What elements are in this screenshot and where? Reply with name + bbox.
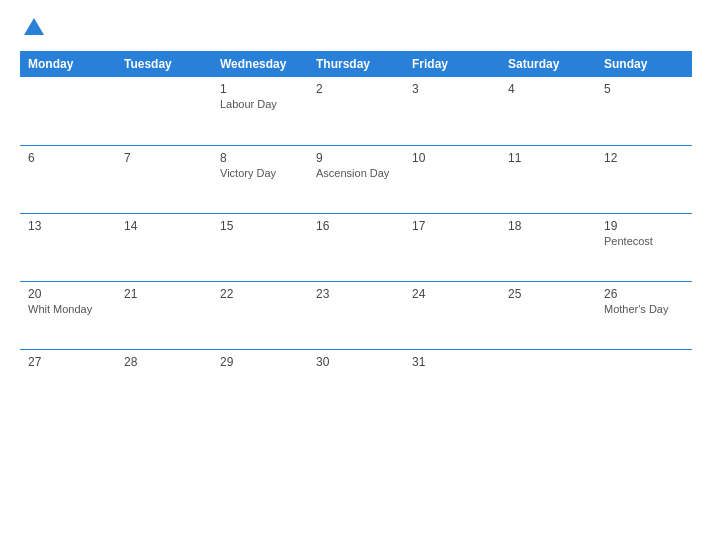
logo [20, 18, 44, 37]
day-number: 7 [124, 151, 204, 165]
calendar-cell: 11 [500, 145, 596, 213]
day-number: 10 [412, 151, 492, 165]
holiday-label: Ascension Day [316, 167, 396, 179]
holiday-label: Victory Day [220, 167, 300, 179]
day-number: 21 [124, 287, 204, 301]
day-number: 19 [604, 219, 684, 233]
logo-triangle-icon [24, 18, 44, 35]
day-number: 8 [220, 151, 300, 165]
calendar-cell: 21 [116, 281, 212, 349]
calendar-cell: 6 [20, 145, 116, 213]
day-number: 9 [316, 151, 396, 165]
calendar-cell: 30 [308, 349, 404, 417]
days-header-row: MondayTuesdayWednesdayThursdayFridaySatu… [20, 51, 692, 77]
day-number: 4 [508, 82, 588, 96]
calendar-cell: 4 [500, 77, 596, 145]
calendar-cell: 13 [20, 213, 116, 281]
calendar-cell: 19Pentecost [596, 213, 692, 281]
day-number: 24 [412, 287, 492, 301]
day-number: 27 [28, 355, 108, 369]
calendar-cell: 12 [596, 145, 692, 213]
day-number: 14 [124, 219, 204, 233]
day-number: 29 [220, 355, 300, 369]
calendar-week-row: 1Labour Day2345 [20, 77, 692, 145]
calendar-cell: 29 [212, 349, 308, 417]
calendar-cell [116, 77, 212, 145]
calendar-cell: 16 [308, 213, 404, 281]
calendar-cell: 25 [500, 281, 596, 349]
calendar-week-row: 678Victory Day9Ascension Day101112 [20, 145, 692, 213]
calendar-week-row: 20Whit Monday212223242526Mother's Day [20, 281, 692, 349]
day-number: 31 [412, 355, 492, 369]
calendar-cell: 15 [212, 213, 308, 281]
day-number: 28 [124, 355, 204, 369]
day-number: 2 [316, 82, 396, 96]
calendar-cell: 5 [596, 77, 692, 145]
day-header-friday: Friday [404, 51, 500, 77]
calendar-cell: 27 [20, 349, 116, 417]
calendar-cell: 1Labour Day [212, 77, 308, 145]
day-header-thursday: Thursday [308, 51, 404, 77]
calendar-cell: 10 [404, 145, 500, 213]
holiday-label: Mother's Day [604, 303, 684, 315]
calendar-cell: 28 [116, 349, 212, 417]
calendar-cell [500, 349, 596, 417]
day-number: 13 [28, 219, 108, 233]
calendar-body: 1Labour Day2345678Victory Day9Ascension … [20, 77, 692, 417]
day-number: 15 [220, 219, 300, 233]
holiday-label: Pentecost [604, 235, 684, 247]
calendar-week-row: 13141516171819Pentecost [20, 213, 692, 281]
calendar-cell: 2 [308, 77, 404, 145]
day-number: 12 [604, 151, 684, 165]
calendar-table: MondayTuesdayWednesdayThursdayFridaySatu… [20, 51, 692, 417]
day-header-monday: Monday [20, 51, 116, 77]
day-header-sunday: Sunday [596, 51, 692, 77]
day-header-saturday: Saturday [500, 51, 596, 77]
holiday-label: Labour Day [220, 98, 300, 110]
calendar-cell: 26Mother's Day [596, 281, 692, 349]
calendar-cell: 8Victory Day [212, 145, 308, 213]
day-number: 23 [316, 287, 396, 301]
day-header-tuesday: Tuesday [116, 51, 212, 77]
day-number: 30 [316, 355, 396, 369]
calendar-cell: 14 [116, 213, 212, 281]
day-number: 20 [28, 287, 108, 301]
day-number: 18 [508, 219, 588, 233]
day-number: 17 [412, 219, 492, 233]
header [20, 18, 692, 37]
calendar-cell: 9Ascension Day [308, 145, 404, 213]
calendar-cell: 22 [212, 281, 308, 349]
calendar-cell: 24 [404, 281, 500, 349]
day-number: 6 [28, 151, 108, 165]
calendar-cell: 7 [116, 145, 212, 213]
calendar-cell: 23 [308, 281, 404, 349]
calendar-cell [20, 77, 116, 145]
day-number: 3 [412, 82, 492, 96]
day-number: 25 [508, 287, 588, 301]
day-number: 5 [604, 82, 684, 96]
calendar-cell: 31 [404, 349, 500, 417]
day-number: 26 [604, 287, 684, 301]
calendar-cell: 3 [404, 77, 500, 145]
calendar-cell: 20Whit Monday [20, 281, 116, 349]
day-number: 16 [316, 219, 396, 233]
calendar-cell: 17 [404, 213, 500, 281]
calendar-header: MondayTuesdayWednesdayThursdayFridaySatu… [20, 51, 692, 77]
calendar-cell: 18 [500, 213, 596, 281]
day-number: 11 [508, 151, 588, 165]
calendar-week-row: 2728293031 [20, 349, 692, 417]
day-header-wednesday: Wednesday [212, 51, 308, 77]
day-number: 22 [220, 287, 300, 301]
day-number: 1 [220, 82, 300, 96]
holiday-label: Whit Monday [28, 303, 108, 315]
calendar-page: MondayTuesdayWednesdayThursdayFridaySatu… [0, 0, 712, 550]
calendar-cell [596, 349, 692, 417]
